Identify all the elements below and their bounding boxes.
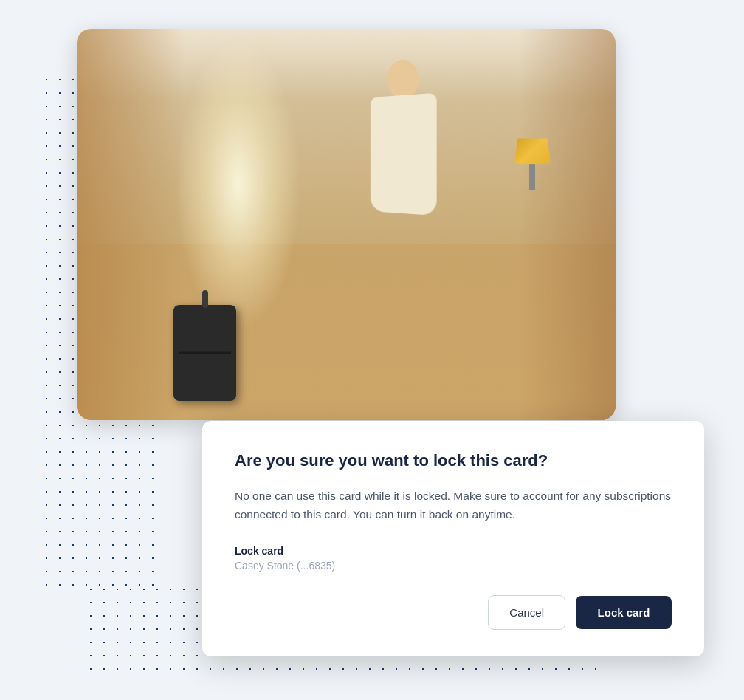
dialog-actions: Cancel Lock card bbox=[235, 595, 672, 630]
lamp-shade bbox=[514, 138, 551, 164]
cancel-button[interactable]: Cancel bbox=[488, 595, 565, 630]
suitcase-decoration bbox=[173, 305, 236, 401]
woman-figure bbox=[347, 60, 465, 393]
lamp-base bbox=[529, 164, 535, 190]
confirmation-dialog: Are you sure you want to lock this card?… bbox=[202, 421, 704, 656]
hotel-room-background bbox=[77, 29, 616, 420]
dialog-title: Are you sure you want to lock this card? bbox=[235, 450, 672, 472]
lamp-decoration bbox=[514, 138, 551, 190]
hotel-image-card bbox=[77, 29, 616, 420]
card-holder-name: Casey Stone (...6835) bbox=[235, 560, 672, 572]
scene-container: Are you sure you want to lock this card?… bbox=[40, 29, 704, 671]
card-label: Lock card bbox=[235, 545, 672, 557]
lock-card-button[interactable]: Lock card bbox=[576, 596, 672, 629]
dialog-body-text: No one can use this card while it is loc… bbox=[235, 487, 672, 524]
